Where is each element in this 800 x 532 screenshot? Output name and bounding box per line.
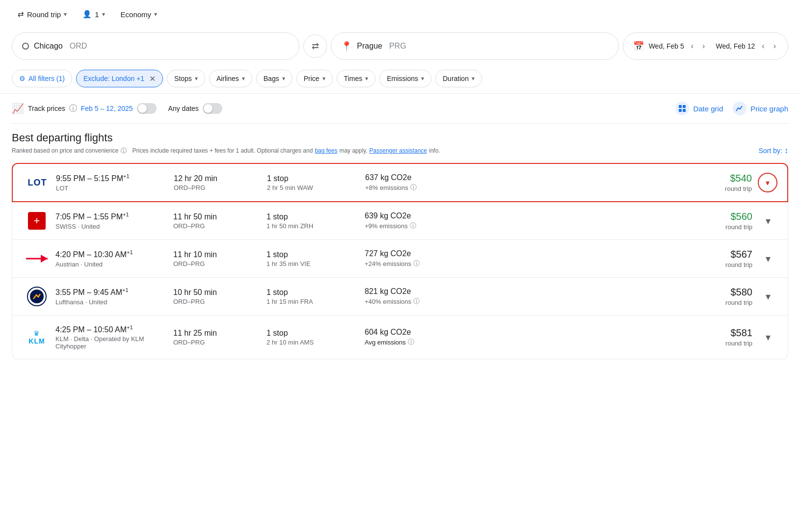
flight-emissions-pct: +8% emissions ⓘ [365,183,483,192]
airline-logo-container: ♛ KLM [22,329,52,345]
flight-emissions-pct: +24% emissions ⓘ [365,259,482,268]
expand-flight-button[interactable]: ▾ [758,249,778,268]
flight-stops-info: 1 stop 2 hr 10 min AMS [267,329,365,346]
price-chevron-icon: ▾ [322,75,325,82]
flight-route: ORD–PRG [173,260,267,267]
emissions-info-icon[interactable]: ⓘ [410,183,417,192]
all-filters-label: All filters (1) [28,75,65,82]
flight-duration-info: 10 hr 50 min ORD–PRG [173,288,267,305]
expand-flight-button[interactable]: ▾ [758,287,778,306]
airlines-filter-button[interactable]: Airlines ▾ [209,70,252,87]
track-prices-toggle[interactable] [137,103,157,114]
flight-stops-info: 1 stop 2 hr 5 min WAW [267,174,365,191]
austrian-airline-logo [26,251,48,266]
flight-emissions-pct: Avg emissions ⓘ [365,338,482,346]
svg-rect-2 [679,109,682,112]
return-date-prev-button[interactable]: ‹ [760,40,766,53]
emissions-info-icon[interactable]: ⓘ [413,297,420,306]
sort-by-button[interactable]: Sort by: ↕ [759,146,788,155]
bags-filter-button[interactable]: Bags ▾ [256,70,293,87]
flight-card[interactable]: LOT 9:55 PM – 5:15 PM+1 LOT 12 hr 20 min… [12,163,788,202]
any-dates-toggle[interactable] [203,103,222,114]
date-grid-label: Date grid [693,105,723,113]
remove-exclude-icon[interactable]: ✕ [149,74,156,83]
flight-price-info: $580 round trip [703,287,752,306]
emissions-filter-button[interactable]: Emissions ▾ [379,70,431,87]
all-filters-button[interactable]: ⚙ All filters (1) [12,70,72,87]
destination-code: PRG [389,42,406,51]
stops-filter-button[interactable]: Stops ▾ [167,70,205,87]
flight-card[interactable]: 3:55 PM – 9:45 AM+1 Lufthansa · United 1… [12,278,788,316]
bag-fees-link[interactable]: bag fees [315,147,337,154]
day-offset: +1 [127,324,133,330]
flight-time-range: 4:20 PM – 10:30 AM+1 [55,249,173,259]
flight-price-info: $540 round trip [703,173,752,192]
airline-logo-container: + [22,212,52,230]
expand-flight-button[interactable]: ▾ [758,327,778,347]
expand-flight-button[interactable]: ▾ [758,211,778,231]
svg-rect-0 [679,105,682,108]
flight-price-amount: $567 [703,249,752,260]
flight-stops-info: 1 stop 1 hr 15 min FRA [267,288,365,305]
emissions-info-icon[interactable]: ⓘ [413,259,420,268]
flight-card[interactable]: + 7:05 PM – 1:55 PM+1 SWISS · United 11 … [12,202,788,240]
flight-price-label: round trip [703,299,752,306]
round-trip-button[interactable]: ⇄ Round trip ▾ [12,6,73,23]
track-prices-section: 📈 Track prices ⓘ Feb 5 – 12, 2025 Any da… [12,103,222,114]
flight-price-amount: $560 [703,211,752,222]
emissions-info-icon[interactable]: ⓘ [408,338,414,346]
flight-co2-value: 637 kg CO2e [365,173,483,182]
origin-city: Chicago [34,42,63,51]
track-prices-label: Track prices [28,105,65,112]
swap-airports-button[interactable]: ⇄ [303,34,327,58]
return-date-next-button[interactable]: › [772,40,778,53]
origin-dot-icon [22,43,29,50]
cabin-class-button[interactable]: Economy ▾ [115,6,163,23]
passengers-chevron-icon: ▾ [102,11,105,18]
price-filter-label: Price [304,75,320,82]
swiss-airline-logo: + [28,212,46,230]
passenger-assistance-link[interactable]: Passenger assistance [370,147,427,154]
day-offset: +1 [122,287,129,293]
price-graph-button[interactable]: Price graph [733,102,788,115]
flight-price-amount: $581 [703,327,752,339]
depart-date-label: Wed, Feb 5 [649,42,684,50]
passengers-button[interactable]: 👤 1 ▾ [77,6,110,23]
depart-date-next-button[interactable]: › [700,40,707,53]
exclude-filter-button[interactable]: Exclude: London +1 ✕ [76,70,163,87]
day-offset: +1 [123,212,129,217]
duration-filter-button[interactable]: Duration ▾ [435,70,482,87]
times-filter-button[interactable]: Times ▾ [337,70,376,87]
cabin-class-chevron-icon: ▾ [154,11,157,18]
flight-price-info: $567 round trip [703,249,752,268]
flight-duration-info: 11 hr 25 min ORD–PRG [173,329,267,346]
ranked-info-icon[interactable]: ⓘ [121,147,127,155]
flight-price-info: $560 round trip [703,211,752,231]
flight-price-label: round trip [703,223,752,231]
origin-field[interactable]: Chicago ORD [12,32,299,60]
collapse-flight-button[interactable]: ▾ [758,173,777,192]
tax-note: Prices include required taxes + fees for… [133,147,313,154]
flight-time-range: 9:55 PM – 5:15 PM+1 [56,173,174,183]
flight-stop-detail: 2 hr 5 min WAW [267,184,365,191]
flight-card[interactable]: ♛ KLM 4:25 PM – 10:50 AM+1 KLM · Delta ·… [12,316,788,359]
flight-duration-value: 11 hr 25 min [173,329,267,338]
origin-code: ORD [70,42,87,51]
depart-date-prev-button[interactable]: ‹ [689,40,695,53]
track-prices-date: Feb 5 – 12, 2025 [81,105,133,112]
depart-date-field[interactable]: 📅 Wed, Feb 5 ‹ › Wed, Feb 12 ‹ › [623,32,788,60]
flight-card[interactable]: 4:20 PM – 10:30 AM+1 Austrian · United 1… [12,240,788,278]
flight-price-label: round trip [703,185,752,192]
date-grid-button[interactable]: Date grid [675,102,723,115]
day-offset: +1 [123,173,130,179]
flight-stops-count: 1 stop [267,174,365,183]
destination-field[interactable]: 📍 Prague PRG [331,32,618,60]
track-prices-info-icon[interactable]: ⓘ [69,104,77,114]
passengers-label: 1 [95,10,99,19]
price-filter-button[interactable]: Price ▾ [296,70,333,87]
may-apply-text: may apply. [339,147,367,154]
emissions-info-icon[interactable]: ⓘ [410,221,416,230]
flight-stops-info: 1 stop 1 hr 35 min VIE [267,250,365,267]
flight-duration-info: 11 hr 50 min ORD–PRG [173,213,267,230]
calendar-icon: 📅 [633,41,644,52]
